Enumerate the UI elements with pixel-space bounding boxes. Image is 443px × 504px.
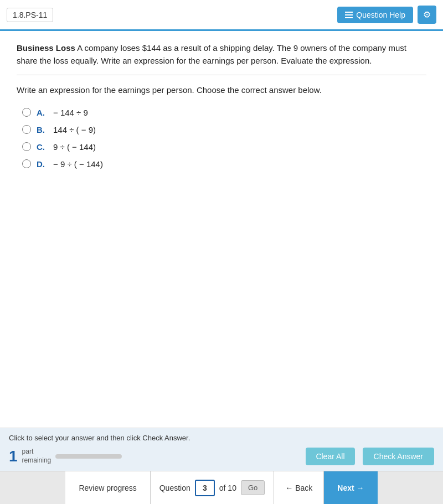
option-d-letter: D. <box>37 159 48 169</box>
problem-id: 1.8.PS-11 <box>7 8 53 22</box>
answer-bar-controls: 1 part remaining Clear All Check Answer <box>9 448 434 465</box>
part-number: 1 <box>9 449 18 464</box>
option-b-text: 144 ÷ ( − 9) <box>53 125 96 134</box>
top-bar: 1.8.PS-11 Question Help ⚙ <box>0 0 443 31</box>
radio-b[interactable] <box>22 125 31 134</box>
answer-bar-hint: Click to select your answer and then cli… <box>9 434 434 442</box>
clear-all-button[interactable]: Clear All <box>306 448 354 465</box>
radio-a[interactable] <box>22 108 31 117</box>
review-progress-button[interactable]: Review progress <box>65 471 150 504</box>
check-answer-button[interactable]: Check Answer <box>363 448 434 465</box>
option-a[interactable]: A. − 144 ÷ 9 <box>22 108 426 117</box>
main-content: Business Loss A company loses $144 as a … <box>0 31 443 428</box>
footer-nav: Review progress Question 3 of 10 Go ← Ba… <box>0 471 443 504</box>
option-b[interactable]: B. 144 ÷ ( − 9) <box>22 125 426 134</box>
part-label-line1: part <box>22 448 51 456</box>
part-label-line2: remaining <box>22 456 51 465</box>
answer-bar: Click to select your answer and then cli… <box>0 428 443 471</box>
top-bar-right: Question Help ⚙ <box>337 6 436 24</box>
question-text: Write an expression for the earnings per… <box>17 84 426 97</box>
settings-button[interactable]: ⚙ <box>418 6 436 24</box>
question-nav: Question 3 of 10 Go <box>151 471 275 504</box>
gear-icon: ⚙ <box>423 9 431 20</box>
of-label: of 10 <box>219 484 236 492</box>
footer-nav-inner: Review progress Question 3 of 10 Go ← Ba… <box>65 471 377 504</box>
option-d-text: − 9 ÷ ( − 144) <box>53 159 103 169</box>
option-c-letter: C. <box>37 142 48 152</box>
option-d[interactable]: D. − 9 ÷ ( − 144) <box>22 159 426 169</box>
problem-title-bold: Business Loss <box>17 43 75 53</box>
problem-title-text: A company loses $144 as a result of a sh… <box>17 43 406 65</box>
question-help-label: Question Help <box>356 11 405 19</box>
option-a-letter: A. <box>37 108 48 117</box>
radio-c[interactable] <box>22 142 31 151</box>
part-text-group: part remaining <box>22 448 51 465</box>
question-help-button[interactable]: Question Help <box>337 7 413 23</box>
option-a-text: − 144 ÷ 9 <box>53 108 88 117</box>
problem-title: Business Loss A company loses $144 as a … <box>17 42 426 75</box>
back-button[interactable]: ← Back <box>274 471 324 504</box>
option-c-text: 9 ÷ ( − 144) <box>53 142 96 152</box>
list-icon <box>345 12 353 18</box>
next-button[interactable]: Next → <box>324 471 377 504</box>
go-button[interactable]: Go <box>241 480 265 495</box>
option-c[interactable]: C. 9 ÷ ( − 144) <box>22 142 426 152</box>
part-info: 1 part remaining <box>9 448 122 465</box>
answer-options-list: A. − 144 ÷ 9 B. 144 ÷ ( − 9) C. 9 ÷ ( − … <box>22 108 426 169</box>
progress-bar-container <box>55 454 122 459</box>
question-number-input[interactable]: 3 <box>195 480 215 496</box>
radio-d[interactable] <box>22 159 31 168</box>
question-label: Question <box>159 484 190 492</box>
option-b-letter: B. <box>37 125 48 134</box>
